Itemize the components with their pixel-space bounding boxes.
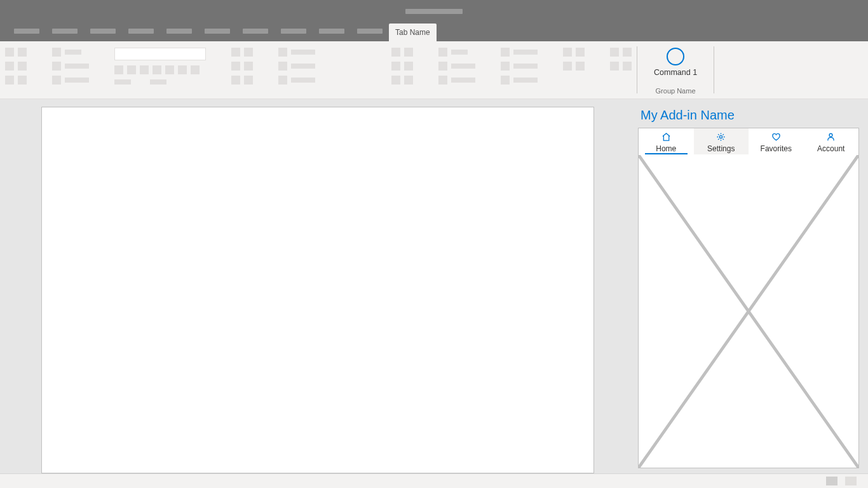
task-pane-title: My Add-in Name [638,104,859,128]
ribbon-custom-group: Command 1 Group Name [637,41,714,98]
heart-icon [771,132,781,144]
ribbon-tab-placeholder[interactable] [357,29,383,34]
pivot-label: Home [656,144,676,153]
ribbon-tab-placeholder[interactable] [319,29,344,34]
ribbon-tab-placeholder[interactable] [128,29,154,34]
pivot-label: Settings [707,144,735,153]
ribbon-command-1[interactable]: Command 1 [651,46,700,78]
status-bar [0,473,868,488]
ribbon-tab-placeholder[interactable] [14,29,39,34]
command-circle-icon [667,48,684,65]
pivot-favorites[interactable]: Favorites [749,128,804,154]
pivot-label: Favorites [761,144,792,153]
document-page[interactable] [41,107,594,473]
pivot-label: Account [817,144,844,153]
ribbon-tab-placeholder[interactable] [166,29,192,34]
document-area: My Add-in Name Home Settings [0,99,868,473]
task-pane-body: Home Settings Favorites [638,128,859,468]
statusbar-view-button[interactable] [845,477,857,485]
ribbon-group-name: Group Name [637,87,714,95]
pivot-account[interactable]: Account [804,128,859,154]
ribbon-tab-active[interactable]: Tab Name [389,24,437,41]
gear-icon [716,132,726,144]
home-icon [661,132,671,144]
ribbon-placeholder-groups [0,41,637,98]
task-pane-content-placeholder [639,155,858,468]
pivot-settings[interactable]: Settings [694,128,749,154]
ribbon-tab-placeholder[interactable] [281,29,306,34]
ribbon-command-label: Command 1 [654,68,697,77]
ribbon-tab-placeholder[interactable] [243,29,268,34]
svg-point-0 [720,135,722,138]
ribbon-tabstrip: Tab Name [0,23,868,41]
task-pane-nav: Home Settings Favorites [639,128,858,155]
ribbon-tab-placeholder[interactable] [52,29,78,34]
svg-point-1 [829,133,832,137]
ribbon-group-divider [714,46,714,93]
titlebar-placeholder [405,9,463,14]
ribbon: Command 1 Group Name [0,41,868,99]
ribbon-input-placeholder[interactable] [114,48,206,60]
ribbon-tab-placeholder[interactable] [205,29,230,34]
task-pane: My Add-in Name Home Settings [635,99,868,473]
pivot-home[interactable]: Home [639,128,694,154]
titlebar [0,0,868,23]
statusbar-view-button[interactable] [826,477,837,485]
person-icon [826,132,836,144]
ribbon-tab-placeholder[interactable] [90,29,116,34]
